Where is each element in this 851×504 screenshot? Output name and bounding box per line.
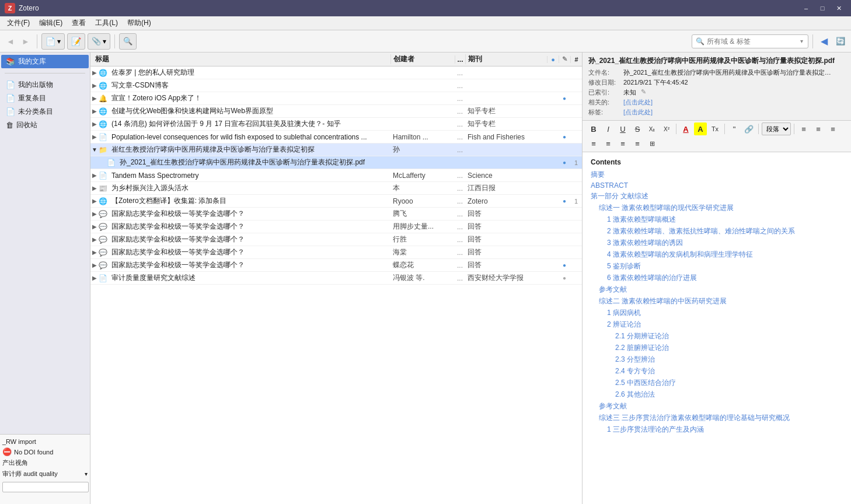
toc-link[interactable]: 5 鉴别诊断 [607,262,641,270]
list-item[interactable]: ▶ 🌐 写文章-CSDN博客 ... [90,79,582,92]
toc-link[interactable]: ABSTRACT [591,181,628,190]
toc-item[interactable]: 6 激素依赖性哮喘的治疗进展 [591,273,843,283]
close-button[interactable]: ✕ [831,2,846,14]
toc-link[interactable]: 综述三 三步序贯法治疗激素依赖型哮喘的理论基础与研究概况 [599,414,790,422]
toc-item[interactable]: 综述一 激素依赖型哮喘的现代医学研究进展 [591,203,843,213]
nav-forward-button[interactable]: ► [19,34,33,48]
bold-button[interactable]: B [587,123,600,135]
toc-item[interactable]: 2 激素依赖性哮喘、激素抵抗性哮喘、难治性哮喘之间的关系 [591,226,843,236]
toc-item[interactable]: 1 病因病机 [591,308,843,318]
toc-link[interactable]: 2.1 分期辨证论治 [615,332,669,340]
toc-link[interactable]: 综述一 激素依赖型哮喘的现代医学研究进展 [599,204,734,212]
sidebar-item-my-publications[interactable]: 📄 我的出版物 [1,78,89,92]
remove-format-button[interactable]: Tx [709,123,721,135]
menu-tools[interactable]: 工具(L) [90,17,123,29]
toc-item[interactable]: 4 激素依赖型哮喘的发病机制和病理生理学特征 [591,250,843,260]
list-item-pdf[interactable]: ▶ 📄 孙_2021_崔红生教授治疗哮病中医用药规律及中医诊断与治疗量表拟定初探… [90,156,582,169]
list-item[interactable]: ▶ 📄 Population-level consequences for wi… [90,131,582,144]
toc-item[interactable]: 1 激素依赖型哮喘概述 [591,215,843,225]
list-item[interactable]: ▶ 🌐 【Zotero文档翻译】收集篇: 添加条目 Ryooo ... Zote… [90,195,582,208]
bullet-list-button[interactable]: ≡ [587,137,600,150]
sidebar-item-my-library[interactable]: 📚 我的文库 [1,55,89,68]
list-item[interactable]: ▶ 🔔 宣宣！Zotero iOS App来了！ ... ● [90,92,582,105]
list-item[interactable]: ▶ 💬 国家励志奖学金和校级一等奖学金选哪个？ 行胜 ... 回答 [90,233,582,246]
table-button[interactable]: ⊞ [646,137,658,150]
toc-item[interactable]: ABSTRACT [591,181,843,190]
list-item[interactable]: ▶ 🌐 (14 条消息) 如何评价法国于 9 月 17 日宣布召回其驻美及驻澳大… [90,118,582,131]
maximize-button[interactable]: □ [815,2,830,14]
list-item[interactable]: ▶ 🌐 佐泰罗 | 您的私人研究助理 ... [90,66,582,79]
list-item[interactable]: ▶ 💬 国家励志奖学金和校级一等奖学金选哪个？ 蝶恋花 ... 回答 ● [90,259,582,272]
list-item[interactable]: ▶ 📄 审计质量度量研究文献综述 冯银波 等. ... 西安财经大学学报 ● [90,272,582,285]
col-creator-header[interactable]: 创建者 [390,54,455,64]
sync-button[interactable]: ◀ [817,33,831,50]
sidebar-item-trash[interactable]: 🗑 回收站 [1,118,89,132]
toc-item[interactable]: 2.1 分期辨证论治 [591,331,843,341]
toc-link[interactable]: 2.6 其他治法 [615,390,655,398]
indent-more-button[interactable]: ≡ [631,137,644,150]
col-journal-header[interactable]: 期刊 [465,54,547,64]
new-note-button[interactable]: 📝 [67,33,85,50]
toc-link[interactable]: 1 病因病机 [607,309,641,317]
toc-item[interactable]: 参考文献 [591,285,843,295]
toc-item[interactable]: 2.6 其他治法 [591,390,843,400]
toc-link[interactable]: 2.4 专方专治 [615,367,655,375]
italic-button[interactable]: I [602,123,615,135]
toc-item[interactable]: 2 辨证论治 [591,320,843,330]
list-item[interactable]: ▶ 💬 国家励志奖学金和校级一等奖学金选哪个？ 海棠 ... 回答 [90,246,582,259]
toc-item[interactable]: 3 激素依赖性哮喘的诱因 [591,238,843,248]
underline-button[interactable]: U [616,123,629,135]
menu-view[interactable]: 查看 [67,17,90,29]
attach-button[interactable]: 📎 ▾ [88,33,110,50]
toc-link[interactable]: 摘要 [591,170,605,178]
toc-item[interactable]: 摘要 [591,170,843,180]
list-item[interactable]: ▶ 💬 国家励志奖学金和校级一等奖学金选哪个？ 用脚步丈量... ... 回答 [90,220,582,233]
list-item-folder[interactable]: ▼ 📁 崔红生教授治疗哮病中医用药规律及中医诊断与治疗量表拟定初探 孙 ... [90,144,582,156]
toc-item[interactable]: 参考文献 [591,401,843,411]
menu-edit[interactable]: 编辑(E) [34,17,67,29]
nav-back-button[interactable]: ◄ [4,34,18,48]
toc-link[interactable]: 2 激素依赖性哮喘、激素抵抗性哮喘、难治性哮喘之间的关系 [607,227,795,235]
search-dropdown-icon[interactable]: ▾ [800,38,803,44]
list-item[interactable]: ▶ 📄 Tandem Mass Spectrometry McLafferty … [90,169,582,182]
log-search-input[interactable] [2,482,89,492]
meta-related-value[interactable]: [点击此处] [623,98,653,107]
toc-item[interactable]: 5 鉴别诊断 [591,261,843,271]
list-item[interactable]: ▶ 💬 国家励志奖学金和校级一等奖学金选哪个？ 腾飞 ... 回答 [90,208,582,220]
toc-link[interactable]: 1 激素依赖型哮喘概述 [607,215,676,223]
toc-link[interactable]: 2.2 脏腑辨证论治 [615,344,669,352]
toc-item[interactable]: 2.4 专方专治 [591,366,843,376]
toc-link[interactable]: 2.5 中西医结合治疗 [615,379,676,387]
toc-link[interactable]: 综述二 激素依赖性哮喘的中医药研究进展 [599,297,727,305]
ordered-list-button[interactable]: ≡ [602,137,615,150]
col-dots-header[interactable]: ... [455,55,465,64]
toc-item[interactable]: 1 三步序贯法理论的产生及内涵 [591,425,843,435]
paragraph-select[interactable]: 段落 [762,123,791,135]
highlight-button[interactable]: A [694,123,707,135]
sidebar-item-duplicates[interactable]: 📄 重复条目 [1,92,89,105]
indent-less-button[interactable]: ≡ [616,137,629,150]
sidebar-item-unfiled[interactable]: 📄 未分类条目 [1,105,89,118]
new-item-button[interactable]: 📄 ▾ [41,33,65,50]
align-right-button[interactable]: ≡ [826,123,839,135]
locate-button[interactable]: 🔍 [119,33,137,50]
list-item[interactable]: ▶ 📰 为乡村振兴注入源头活水 本 ... 江西日报 [90,182,582,195]
log-item-audit[interactable]: 审计师 audit quality ▾ [2,468,88,480]
col-title-header[interactable]: 标题 [90,54,390,64]
quote-button[interactable]: " [728,123,741,135]
list-item[interactable]: ▶ 🌐 创建与优化Web图像和快速构建网站与Web界面原型 ... 知乎专栏 [90,105,582,118]
toc-link[interactable]: 2.3 分型辨治 [615,355,655,363]
meta-tags-value[interactable]: [点击此处] [623,108,653,117]
menu-help[interactable]: 帮助(H) [123,17,156,29]
toc-item[interactable]: 2.3 分型辨治 [591,355,843,365]
link-button[interactable]: 🔗 [742,123,755,135]
menu-file[interactable]: 文件(F) [2,17,34,29]
toc-link[interactable]: 第一部分 文献综述 [591,192,648,200]
strikethrough-button[interactable]: S [631,123,644,135]
meta-index-edit-icon[interactable]: ✎ [641,88,646,97]
search-input[interactable] [707,37,800,46]
align-left-button[interactable]: ≡ [797,123,810,135]
toc-item[interactable]: 2.2 脏腑辨证论治 [591,343,843,353]
toc-item[interactable]: 综述三 三步序贯法治疗激素依赖型哮喘的理论基础与研究概况 [591,413,843,423]
toc-link[interactable]: 2 辨证论治 [607,320,641,328]
